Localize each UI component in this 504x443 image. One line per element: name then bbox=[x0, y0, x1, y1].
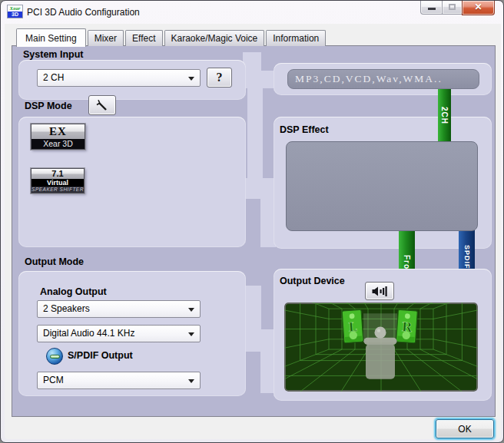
room-3d-grid: L R bbox=[284, 302, 478, 392]
shifter-virtual-label: Virtual bbox=[32, 179, 84, 187]
speaker-volume-icon bbox=[370, 286, 389, 297]
spdif-led bbox=[50, 355, 60, 359]
app-icon-top-text: Xear bbox=[8, 5, 22, 12]
input-channel-pipe: 2CH bbox=[438, 89, 451, 142]
shifter-speaker-shifter-label: SPEAKER SHIFTER bbox=[32, 187, 84, 193]
wrench-icon bbox=[95, 98, 109, 112]
dialog-client-area: Main Setting Mixer Effect Karaoke/Magic … bbox=[5, 24, 501, 439]
xear3d-app-icon: Xear 3D bbox=[7, 5, 23, 18]
window-title: PCI 3D Audio Configuration bbox=[27, 7, 140, 18]
dsp-mode-heading: DSP Mode bbox=[25, 101, 72, 111]
chevron-down-icon bbox=[188, 332, 194, 336]
speaker-config-value: 2 Speakers bbox=[43, 303, 90, 314]
tab-mixer[interactable]: Mixer bbox=[88, 30, 124, 46]
xear-3d-label: Xear 3D bbox=[32, 139, 85, 149]
chevron-down-icon bbox=[188, 308, 194, 312]
audio-format-select[interactable]: Digital Audio 44.1 KHz bbox=[37, 325, 201, 342]
speaker-config-select[interactable]: 2 Speakers bbox=[37, 300, 201, 318]
dsp-effect-heading: DSP Effect bbox=[280, 124, 329, 135]
title-bar[interactable]: Xear 3D PCI 3D Audio Configuration ✕ bbox=[1, 1, 503, 24]
speaker-right-label: R bbox=[401, 319, 413, 335]
dsp-settings-button[interactable] bbox=[88, 95, 116, 115]
dsp-effect-display bbox=[286, 141, 478, 231]
close-button[interactable]: ✕ bbox=[462, 1, 495, 15]
output-device-heading: Output Device bbox=[280, 276, 345, 286]
speaker-shifter-mode-button[interactable]: 7.1 Virtual SPEAKER SHIFTER bbox=[31, 168, 85, 193]
help-button[interactable]: ? bbox=[207, 68, 232, 88]
tab-information[interactable]: Information bbox=[266, 30, 326, 46]
xear-3d-mode-button[interactable]: EX Xear 3D bbox=[31, 124, 85, 150]
audio-format-value: Digital Audio 44.1 KHz bbox=[43, 328, 134, 339]
tab-effect[interactable]: Effect bbox=[125, 30, 162, 46]
minimize-icon bbox=[428, 8, 436, 10]
minimize-button[interactable] bbox=[420, 1, 443, 15]
tab-karaoke-magic-voice[interactable]: Karaoke/Magic Voice bbox=[164, 30, 265, 46]
close-icon: ✕ bbox=[474, 2, 482, 12]
system-input-heading: System Input bbox=[23, 49, 84, 60]
connector-piece bbox=[247, 88, 263, 181]
app-icon-bottom-text: 3D bbox=[8, 12, 22, 18]
speaker-left[interactable]: L bbox=[342, 309, 363, 342]
listening-room-visualization: L R bbox=[284, 302, 478, 392]
shifter-71-label: 7.1 bbox=[32, 169, 84, 179]
ok-button[interactable]: OK bbox=[436, 419, 494, 438]
output-mode-heading: Output Mode bbox=[25, 256, 84, 267]
spdif-toggle-icon[interactable] bbox=[46, 348, 63, 365]
analog-output-heading: Analog Output bbox=[40, 286, 107, 297]
maximize-icon bbox=[449, 4, 456, 10]
channel-select-value: 2 CH bbox=[43, 72, 64, 83]
spdif-output-heading: S/PDIF Output bbox=[68, 350, 133, 361]
chevron-down-icon bbox=[188, 77, 194, 81]
main-setting-page: System Input 2 CH ? DSP Mode EX Xear 3D bbox=[12, 45, 496, 417]
spdif-format-value: PCM bbox=[43, 375, 64, 385]
speaker-test-button[interactable] bbox=[365, 282, 394, 300]
tab-strip: Main Setting Mixer Effect Karaoke/Magic … bbox=[16, 28, 327, 46]
xear-ex-label: EX bbox=[32, 124, 85, 139]
tab-main-setting[interactable]: Main Setting bbox=[16, 28, 86, 47]
maximize-button[interactable] bbox=[442, 1, 463, 15]
channel-select[interactable]: 2 CH bbox=[37, 69, 201, 87]
speaker-right[interactable]: R bbox=[396, 309, 418, 342]
input-channel-pipe-label: 2CH bbox=[440, 107, 449, 124]
speaker-left-label: L bbox=[348, 319, 358, 335]
question-mark-icon: ? bbox=[217, 71, 223, 84]
pci-3d-audio-window: Xear 3D PCI 3D Audio Configuration ✕ Mai… bbox=[0, 0, 504, 443]
source-display: MP3,CD,VCD,Wav,WMA.. bbox=[287, 69, 479, 89]
spdif-format-select[interactable]: PCM bbox=[37, 372, 201, 389]
chevron-down-icon bbox=[188, 379, 194, 383]
